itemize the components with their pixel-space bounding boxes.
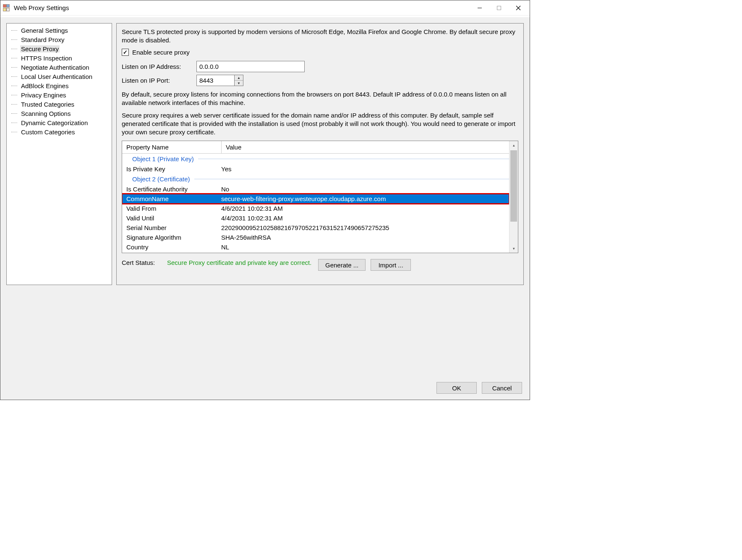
tree-item-privacy-engines[interactable]: Privacy Engines <box>10 91 108 100</box>
grid-header-value[interactable]: Value <box>226 144 509 151</box>
grid-row[interactable]: Is Certificate Authority No <box>122 184 509 194</box>
cancel-button[interactable]: Cancel <box>482 382 522 394</box>
svg-rect-1 <box>497 6 501 10</box>
tree-item-general-settings[interactable]: General Settings <box>10 26 108 35</box>
app-icon <box>3 4 10 12</box>
enable-secure-proxy-label: Enable secure proxy <box>132 49 190 56</box>
minimize-icon <box>477 5 482 10</box>
tree-item-secure-proxy[interactable]: Secure Proxy <box>10 44 108 54</box>
settings-tree[interactable]: General Settings Standard Proxy Secure P… <box>6 23 112 285</box>
certificate-grid[interactable]: Property Name Value Object 1 (Private Ke… <box>122 141 518 253</box>
grid-row[interactable]: Valid From 4/6/2021 10:02:31 AM <box>122 204 509 213</box>
cert-status-value: Secure Proxy certificate and private key… <box>167 259 318 266</box>
grid-row-commonname[interactable]: CommonName secure-web-filtering-proxy.we… <box>122 194 509 204</box>
grid-scrollbar[interactable]: ▴ ▾ <box>509 141 518 253</box>
generate-button[interactable]: Generate ... <box>318 259 366 271</box>
scroll-up-icon[interactable]: ▴ <box>509 141 518 149</box>
listen-port-label: Listen on IP Port: <box>122 77 196 84</box>
tree-item-negotiate-authentication[interactable]: Negotiate Authentication <box>10 63 108 72</box>
title-bar: Web Proxy Settings <box>0 0 530 16</box>
dialog-content: General Settings Standard Proxy Secure P… <box>0 17 530 400</box>
grid-header: Property Name Value <box>122 141 509 154</box>
cert-status-label: Cert Status: <box>122 259 167 266</box>
tree-item-custom-categories[interactable]: Custom Categories <box>10 128 108 137</box>
grid-section-certificate: Object 2 (Certificate) <box>122 174 509 184</box>
grid-section-private-key: Object 1 (Private Key) <box>122 154 509 164</box>
grid-row[interactable]: Valid Until 4/4/2031 10:02:31 AM <box>122 213 509 223</box>
ok-button[interactable]: OK <box>436 382 477 394</box>
listen-port-input[interactable]: 8443 <box>196 75 234 86</box>
listen-ip-input[interactable]: 0.0.0.0 <box>196 61 305 72</box>
maximize-icon <box>496 5 502 10</box>
tree-item-trusted-categories[interactable]: Trusted Categories <box>10 100 108 109</box>
tree-item-https-inspection[interactable]: HTTPS Inspection <box>10 54 108 63</box>
grid-row[interactable]: Is Private Key Yes <box>122 164 509 174</box>
grid-row[interactable]: Country NL <box>122 242 509 252</box>
enable-secure-proxy-checkbox[interactable] <box>122 49 129 56</box>
tree-item-standard-proxy[interactable]: Standard Proxy <box>10 35 108 44</box>
note-default-port: By default, secure proxy listens for inc… <box>122 90 518 107</box>
close-icon <box>516 5 521 10</box>
tree-item-adblock-engines[interactable]: AdBlock Engines <box>10 81 108 91</box>
grid-row[interactable]: Serial Number 22029000952102588216797052… <box>122 223 509 233</box>
note-certificate: Secure proxy requires a web server certi… <box>122 111 518 136</box>
grid-header-property[interactable]: Property Name <box>126 144 221 151</box>
maximize-button[interactable] <box>489 0 509 15</box>
window-title: Web Proxy Settings <box>14 4 470 11</box>
close-button[interactable] <box>509 0 528 15</box>
tree-item-scanning-options[interactable]: Scanning Options <box>10 109 108 118</box>
listen-ip-label: Listen on IP Address: <box>122 63 196 70</box>
spinner-down-icon[interactable]: ▼ <box>235 81 243 86</box>
minimize-button[interactable] <box>470 0 489 15</box>
spinner-up-icon[interactable]: ▲ <box>235 75 243 81</box>
intro-text: Secure TLS protected proxy is supported … <box>122 28 518 44</box>
import-button[interactable]: Import ... <box>371 259 411 271</box>
port-spinner[interactable]: ▲ ▼ <box>234 75 243 86</box>
scroll-thumb[interactable] <box>510 150 517 222</box>
scroll-down-icon[interactable]: ▾ <box>509 244 518 253</box>
tree-item-local-user-authentication[interactable]: Local User Authentication <box>10 72 108 81</box>
secure-proxy-panel: Secure TLS protected proxy is supported … <box>116 23 524 285</box>
grid-row[interactable]: Signature Algorithm SHA-256withRSA <box>122 233 509 242</box>
grid-row[interactable]: Province Noord-Holland <box>122 252 509 253</box>
tree-item-dynamic-categorization[interactable]: Dynamic Categorization <box>10 118 108 128</box>
